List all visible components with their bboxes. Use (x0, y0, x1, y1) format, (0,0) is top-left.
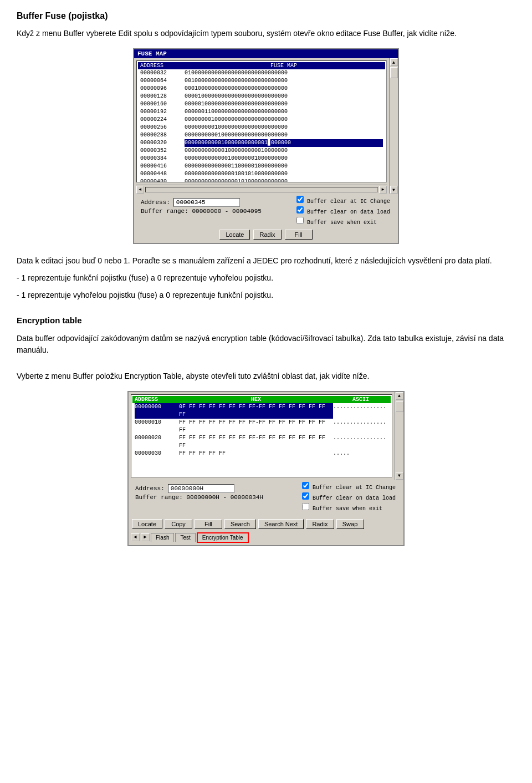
fuse-vscrollbar[interactable]: ▲ ▼ (389, 58, 398, 194)
enc-intro-2: Vyberte z menu Buffer položku Encryption… (17, 370, 515, 382)
enc-search-button[interactable]: Search (224, 519, 256, 529)
tab-test[interactable]: Test (175, 533, 195, 542)
enc-button-row: Locate Copy Fill Search Search Next Radi… (129, 519, 403, 531)
fuse-table-row[interactable]: 000004480000000000000001001010000000000 (138, 170, 385, 178)
fuse-window: FUSE MAP ADDRESS FUSE MAP 00000032010000… (133, 48, 399, 244)
fuse-table-header: ADDRESS FUSE MAP (138, 62, 385, 69)
addr-col-header: ADDRESS (140, 63, 185, 69)
enc-radix-button[interactable]: Radix (306, 519, 334, 529)
scroll-left-btn[interactable]: ◄ (136, 186, 144, 194)
intro-paragraph: Když z menu Buffer vyberete Edit spolu s… (17, 28, 515, 39)
enc-cb-buffer-clear-load[interactable]: Buffer clear on data load (302, 492, 396, 503)
enc-cb-buffer-save-exit[interactable]: Buffer save when exit (302, 503, 396, 513)
enc-range-value: 00000000H - 00000034H (186, 494, 263, 501)
fuse-table-row[interactable]: 000001920000001100000000000000000000000 (138, 108, 385, 116)
scroll-right-btn[interactable]: ► (379, 186, 387, 194)
fuse-table-row[interactable]: 000002240000000010000000000000000000000 (138, 116, 385, 124)
fuse-table-row[interactable]: 000002560000000001000000000000000000000 (138, 124, 385, 131)
tab-prev-btn[interactable]: ◄ (131, 533, 140, 541)
fuse-address-input[interactable] (173, 198, 240, 207)
enc-table-row[interactable]: 00000030FF FF FF FF FF..... (132, 450, 391, 457)
enc-tabs-row: ◄ ► Flash Test Encryption Table (129, 531, 403, 545)
fuse-table-row[interactable]: 000003520000000000001000000000010000000 (138, 147, 385, 155)
data-note: Data k editaci jsou buď 0 nebo 1. Poraďt… (17, 255, 515, 267)
explanation-1: - 1 reprezentuje funkční pojistku (fuse)… (17, 272, 515, 284)
enc-search-next-button[interactable]: Search Next (258, 519, 304, 529)
range-label: Buffer range: (141, 208, 188, 215)
cb-buffer-clear-load[interactable]: Buffer clear on data load (296, 206, 390, 217)
enc-rows-container: 000000000F FF FF FF FF FF FF FF-FF FF FF… (132, 403, 391, 457)
fuse-screenshot-container: FUSE MAP ADDRESS FUSE MAP 00000032010000… (17, 48, 515, 244)
fuse-rows-container: 0000003201000000000000000000000000000000… (138, 69, 385, 182)
enc-hex-header: HEX (179, 396, 333, 403)
enc-scroll-thumb[interactable] (396, 401, 403, 412)
tab-next-btn[interactable]: ► (141, 533, 150, 541)
fuse-col-header: FUSE MAP (185, 63, 383, 69)
locate-button[interactable]: Locate (219, 230, 250, 240)
fuse-table-area: ADDRESS FUSE MAP 00000032010000000000000… (136, 60, 387, 182)
scroll-down-btn[interactable]: ▼ (390, 186, 398, 194)
enc-table-row[interactable]: 00000020FF FF FF FF FF FF FF FF-FF FF FF… (132, 434, 391, 450)
fuse-table-row[interactable]: 000000320100000000000000000000000000000 (138, 69, 385, 77)
enc-fill-button[interactable]: Fill (195, 519, 222, 529)
fuse-table-row[interactable]: 000001280000100000000000000000000000000 (138, 93, 385, 100)
fuse-table-row[interactable]: 000002880000000000100000000000000000000 (138, 131, 385, 139)
enc-table-row[interactable]: 000000000F FF FF FF FF FF FF FF-FF FF FF… (132, 403, 391, 419)
fill-button[interactable]: Fill (285, 230, 313, 240)
enc-vscrollbar[interactable]: ▲ ▼ (395, 392, 403, 480)
enc-table-area: ADDRESS HEX ASCII 000000000F FF FF FF FF… (131, 394, 392, 477)
enc-window: ADDRESS HEX ASCII 000000000F FF FF FF FF… (127, 391, 405, 546)
fuse-window-titlebar: FUSE MAP (134, 49, 398, 58)
enc-table-header: ADDRESS HEX ASCII (132, 396, 391, 403)
enc-locate-button[interactable]: Locate (132, 519, 162, 529)
enc-cb-buffer-clear-ic[interactable]: Buffer clear at IC Change (302, 482, 396, 492)
fuse-range-bar: Buffer range: 00000000 - 00004095 (141, 208, 262, 215)
enc-intro-1: Data buffer odpovídající zakódovaným dat… (17, 333, 515, 356)
enc-address-label: Address: (135, 485, 165, 492)
address-label: Address: (141, 199, 170, 206)
fuse-hscrollbar[interactable]: ◄ ► (136, 185, 387, 194)
fuse-table-row[interactable]: 000003200000000000010000000000001▊000000 (138, 139, 385, 147)
enc-copy-button[interactable]: Copy (165, 519, 192, 529)
enc-address-bar: Address: (135, 484, 263, 493)
encryption-section: Encryption table Data buffer odpovídajíc… (17, 314, 515, 382)
enc-screenshot-container: ADDRESS HEX ASCII 000000000F FF FF FF FF… (17, 391, 515, 546)
enc-range-label: Buffer range: (135, 494, 183, 501)
enc-addr-header: ADDRESS (135, 396, 179, 403)
fuse-table-row[interactable]: 000001600000010000000000000000000000000 (138, 100, 385, 108)
enc-scroll-down-btn[interactable]: ▼ (396, 472, 403, 480)
range-value: 00000000 - 00004095 (192, 208, 261, 215)
enc-table-row[interactable]: 00000010FF FF FF FF FF FF FF FF-FF FF FF… (132, 419, 391, 434)
enc-ascii-header: ASCII (333, 396, 388, 403)
tab-encryption-table[interactable]: Encryption Table (197, 532, 249, 543)
fuse-table-row[interactable]: 000004160000000000000011000001000000000 (138, 162, 385, 170)
encryption-title: Encryption table (17, 314, 515, 327)
cb-buffer-clear-ic[interactable]: Buffer clear at IC Change (296, 196, 390, 206)
scroll-up-btn[interactable]: ▲ (390, 58, 398, 66)
fuse-table-row[interactable]: 000003840000000000000100000001000000000 (138, 155, 385, 162)
scroll-thumb[interactable] (390, 67, 398, 78)
explanation-2: - 1 reprezentuje vyhořelou pojistku (fus… (17, 289, 515, 301)
enc-range-bar: Buffer range: 00000000H - 00000034H (135, 494, 263, 501)
enc-address-input[interactable] (168, 484, 234, 493)
cb-buffer-save-exit[interactable]: Buffer save when exit (296, 217, 390, 227)
fuse-address-bar: Address: (141, 198, 262, 207)
fuse-button-row: Locate Radix Fill (134, 230, 398, 243)
fuse-table-row[interactable]: 000000640010000000000000000000000000000 (138, 77, 385, 85)
page-title: Buffer Fuse (pojistka) (17, 11, 515, 21)
enc-swap-button[interactable]: Swap (336, 519, 364, 529)
fuse-table-row[interactable]: 000004800000000000000000101000000000000 (138, 178, 385, 182)
tab-flash[interactable]: Flash (151, 533, 174, 542)
radix-button[interactable]: Radix (253, 230, 281, 240)
fuse-table-row[interactable]: 000000960001000000000000000000000000000 (138, 85, 385, 93)
enc-checkboxes: Buffer clear at IC Change Buffer clear o… (302, 482, 396, 513)
fuse-checkboxes: Buffer clear at IC Change Buffer clear o… (296, 196, 390, 227)
enc-scroll-up-btn[interactable]: ▲ (396, 392, 403, 400)
